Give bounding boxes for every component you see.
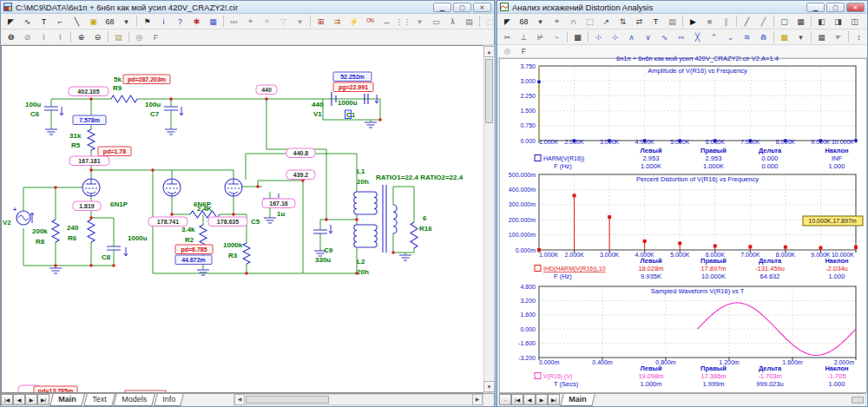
schematic-titlebar[interactable]: C:\MC9\DATA\6н1п + 6н6п как мой усил 420…: [1, 1, 494, 14]
wave2-icon[interactable]: ∾: [673, 30, 689, 44]
analysis-last-page-button[interactable]: ▶|: [548, 394, 560, 405]
lambda-icon[interactable]: λ: [444, 14, 461, 29]
grid-icon[interactable]: ⋮⋮: [395, 14, 411, 29]
properties-icon[interactable]: ▤: [461, 14, 477, 29]
vscroll-thumb[interactable]: [485, 59, 493, 123]
find-icon[interactable]: 68: [516, 14, 532, 29]
settings-icon[interactable]: ✱: [188, 14, 205, 29]
sensitive-icon[interactable]: ▽: [275, 14, 292, 29]
hscroll-thumb[interactable]: [246, 396, 329, 404]
box-icon[interactable]: ⬚: [482, 14, 494, 29]
line1-icon[interactable]: ╱: [739, 14, 755, 29]
border-icon[interactable]: ▭: [428, 14, 444, 29]
cut-cursor-icon[interactable]: ✂: [499, 30, 516, 44]
black-box-icon[interactable]: ▩: [569, 30, 586, 44]
analysis-maximize-button[interactable]: ▢: [826, 3, 845, 12]
currents-icon[interactable]: ⇉: [329, 14, 345, 29]
wave-icon[interactable]: ∿: [656, 30, 673, 44]
globe-icon[interactable]: ◎: [131, 30, 148, 44]
slope-icon[interactable]: ↗: [598, 14, 615, 29]
find-component-icon[interactable]: 68: [102, 14, 118, 29]
plot-canvas[interactable]: [499, 58, 867, 393]
tab-main[interactable]: Main: [49, 394, 84, 406]
power-icon[interactable]: ᴼᴺ: [362, 14, 378, 29]
find-dropdown-icon[interactable]: ▾: [532, 14, 549, 29]
valley-icon[interactable]: ∨: [640, 30, 656, 44]
first-page-button[interactable]: |◀: [1, 394, 13, 405]
analysis-close-button[interactable]: ✕: [846, 3, 865, 12]
gather-icon[interactable]: ⋒: [755, 30, 772, 44]
tab-models[interactable]: Models: [113, 394, 155, 406]
prev-page-button[interactable]: ◀: [13, 394, 25, 405]
scale-box-icon[interactable]: ⬚: [582, 14, 598, 29]
pan-icon[interactable]: ⌖: [549, 14, 565, 29]
maximize-button[interactable]: ▢: [453, 3, 471, 12]
last-page-button[interactable]: ▶|: [37, 394, 49, 405]
scroll-right-arrow[interactable]: ▶: [472, 394, 483, 405]
analysis-tab-main[interactable]: Main: [560, 394, 595, 406]
select-icon[interactable]: ◤: [3, 14, 19, 29]
analysis-minus-button[interactable]: -: [499, 394, 511, 405]
low-icon[interactable]: ⌄: [722, 30, 739, 44]
stop-icon[interactable]: ■: [701, 14, 718, 29]
analysis-prev-page-button[interactable]: ◀: [523, 394, 536, 405]
peaks-icon[interactable]: ∩: [565, 14, 582, 29]
ortho-wire-icon[interactable]: ⌐: [52, 14, 69, 29]
text-mode-icon[interactable]: ᴛᴏᴛ: [226, 14, 242, 29]
peak-icon[interactable]: ∧: [623, 30, 640, 44]
analysis-next-page-button[interactable]: ▶: [536, 394, 548, 405]
schematic-hscrollbar[interactable]: ◀ ▶: [233, 394, 483, 405]
grid-icon[interactable]: ▦: [813, 30, 830, 44]
align-right-icon[interactable]: ⊹: [607, 30, 623, 44]
tag-horizontal-icon[interactable]: ⊬: [532, 30, 549, 44]
zoom-in-icon[interactable]: ⊕: [73, 30, 89, 44]
line-icon[interactable]: ╲: [69, 14, 85, 29]
scale-up-icon[interactable]: ↕: [851, 30, 867, 44]
schematic-canvas[interactable]: +5kR9pd=287.203m402.105100uC6100uC77.578…: [1, 45, 484, 393]
file-f-icon[interactable]: F: [516, 45, 532, 58]
scroll-up-arrow[interactable]: ▲: [483, 46, 495, 57]
properties-icon[interactable]: ▤: [664, 14, 681, 29]
close-button[interactable]: ✕: [473, 3, 491, 12]
voltages-icon[interactable]: ⚡: [345, 14, 362, 29]
node-numbers-icon[interactable]: ⊞: [312, 14, 329, 29]
region-up-icon[interactable]: ⌇: [36, 30, 52, 44]
analysis-first-page-button[interactable]: |◀: [511, 394, 523, 405]
analysis-minimize-button[interactable]: ▁: [806, 3, 825, 12]
zoom-out-icon[interactable]: ⊖: [89, 30, 106, 44]
tracker-icon[interactable]: ⌁: [549, 30, 565, 44]
grid-dropdown-icon[interactable]: ▾: [411, 14, 428, 29]
split-h-icon[interactable]: ◨: [830, 14, 846, 29]
p-key-icon[interactable]: 'P': [830, 30, 846, 44]
help-icon[interactable]: ?: [172, 14, 188, 29]
single-plot-icon[interactable]: ▢: [776, 14, 792, 29]
globe-icon[interactable]: ◎: [499, 45, 516, 58]
wire-icon[interactable]: ∿: [19, 14, 36, 29]
tab-info[interactable]: Info: [154, 394, 184, 406]
tile-v-icon[interactable]: ◫: [846, 14, 863, 29]
component-dropdown-icon[interactable]: ▾: [118, 14, 135, 29]
file-f-icon[interactable]: F: [148, 30, 164, 44]
line2-icon[interactable]: ╱: [755, 14, 772, 29]
tag-left-icon[interactable]: ⊥: [516, 30, 532, 44]
disable-mode-icon[interactable]: ⊘: [19, 30, 36, 44]
info-mode-icon[interactable]: ❶: [3, 30, 19, 44]
high-icon[interactable]: ⌃: [706, 30, 722, 44]
component-icon[interactable]: ▣: [85, 14, 102, 29]
analysis-titlebar[interactable]: Анализ искажений Distortion Analysis ▁ ▢…: [497, 1, 867, 14]
pause-icon[interactable]: ∥: [718, 14, 734, 29]
text-icon[interactable]: T: [648, 14, 664, 29]
split-v-icon[interactable]: ◧: [813, 14, 830, 29]
vert-cursor-icon[interactable]: ⇅: [615, 14, 631, 29]
tab-text[interactable]: Text: [83, 394, 115, 406]
pin-probe-icon[interactable]: ⌗: [259, 14, 275, 29]
next-page-button[interactable]: ▶: [25, 394, 37, 405]
cross-icon[interactable]: ╳: [689, 30, 706, 44]
align-left-icon[interactable]: ⊹: [590, 30, 607, 44]
point-probe-icon[interactable]: ⌖: [242, 14, 259, 29]
flag-icon[interactable]: ⚑: [139, 14, 155, 29]
tile-h-icon[interactable]: ⬓: [863, 14, 867, 29]
region-down-icon[interactable]: ⌇: [52, 30, 69, 44]
pin-connections-icon[interactable]: ↔: [378, 14, 395, 29]
horiz-cursor-icon[interactable]: ⇄: [631, 14, 648, 29]
